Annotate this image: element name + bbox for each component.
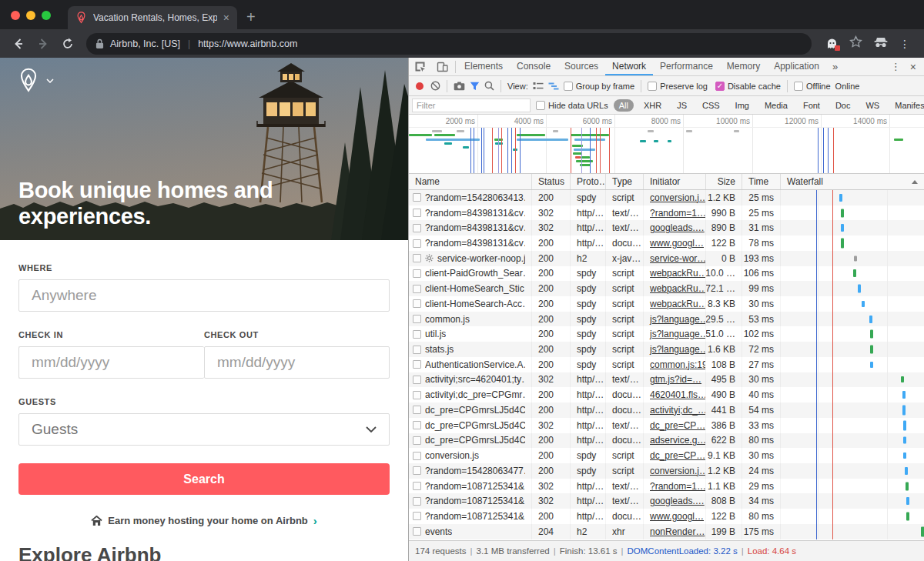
tab-close-icon[interactable]: ×: [223, 12, 229, 23]
initiator-link[interactable]: js?language…: [650, 314, 706, 325]
filter-pill-manifest[interactable]: Manifest: [889, 99, 924, 112]
large-rows-toggle[interactable]: [533, 82, 544, 91]
devtools-close-button[interactable]: ×: [907, 61, 924, 73]
initiator-link[interactable]: conversion.j…: [650, 466, 706, 476]
table-row[interactable]: client-HomeSearch-Acc…200spdyscriptwebpa…: [409, 296, 924, 312]
table-row[interactable]: common.js200spdyscriptjs?language…29.5 ……: [409, 312, 924, 327]
new-tab-button[interactable]: +: [237, 8, 266, 29]
initiator-link[interactable]: www.googl…: [650, 511, 704, 522]
where-input[interactable]: Anywhere: [18, 279, 390, 312]
devtools-tab-network[interactable]: Network: [605, 58, 653, 75]
table-row[interactable]: dc_pre=CPGmrsLJ5d4C…302http/…text/…dc_pr…: [409, 418, 924, 433]
host-link[interactable]: Earn money hosting your home on Airbnb ›: [18, 514, 390, 527]
initiator-link[interactable]: adservice.g…: [650, 435, 706, 446]
table-row[interactable]: conversion.js200spdyscriptdc_pre=CP…9.1 …: [409, 448, 924, 463]
bookmark-star-button[interactable]: [849, 35, 862, 52]
table-row[interactable]: ?random=1087125341&…302http/…text/…?rand…: [409, 479, 924, 494]
initiator-link[interactable]: ?random=1…: [650, 481, 706, 492]
forward-button[interactable]: [32, 33, 54, 55]
initiator-link[interactable]: googleads.…: [650, 496, 705, 506]
request-name[interactable]: activityi;src=4620401;ty…: [425, 374, 525, 385]
initiator-link[interactable]: gtm.js?id=…: [650, 374, 701, 385]
request-name[interactable]: events: [425, 526, 452, 537]
table-row[interactable]: ?random=15428063477…200spdyscriptconvers…: [409, 463, 924, 479]
devtools-tab-elements[interactable]: Elements: [457, 58, 510, 75]
filter-pill-js[interactable]: JS: [671, 99, 692, 112]
screenshot-button[interactable]: [454, 82, 465, 91]
table-row[interactable]: AuthenticationService.A…200spdyscriptcom…: [409, 357, 924, 372]
guests-select[interactable]: Guests: [18, 413, 390, 446]
initiator-link[interactable]: dc_pre=CP…: [650, 450, 705, 461]
initiator-link[interactable]: nonRender…: [650, 526, 705, 537]
devtools-tab-performance[interactable]: Performance: [653, 58, 720, 75]
table-row[interactable]: ?random=1087125341&…200http/…docu…www.go…: [409, 509, 924, 524]
column-header-name[interactable]: Name: [409, 174, 532, 189]
browser-menu-button[interactable]: ⋮: [899, 38, 910, 50]
initiator-link[interactable]: js?language…: [650, 344, 706, 355]
request-name[interactable]: common.js: [425, 314, 470, 325]
request-name[interactable]: util.js: [425, 329, 446, 339]
filter-pill-xhr[interactable]: XHR: [638, 99, 667, 112]
reload-button[interactable]: [57, 33, 79, 55]
initiator-link[interactable]: dc_pre=CP…: [650, 420, 705, 431]
request-name[interactable]: conversion.js: [425, 450, 479, 461]
request-name[interactable]: dc_pre=CPGmrsLJ5d4C…: [425, 435, 525, 446]
column-header-time[interactable]: Time: [742, 174, 781, 189]
initiator-link[interactable]: webpackRu…: [650, 283, 706, 294]
filter-pill-doc[interactable]: Doc: [830, 99, 856, 112]
devtools-tab-memory[interactable]: Memory: [720, 58, 767, 75]
search-requests-button[interactable]: [484, 81, 494, 91]
preserve-log-checkbox[interactable]: Preserve log: [648, 82, 708, 91]
request-name[interactable]: client-HomeSearch_Stic…: [425, 283, 525, 294]
filter-pill-css[interactable]: CSS: [697, 99, 725, 112]
table-row[interactable]: service-worker-noop.js200h2x-jav…service…: [409, 251, 924, 266]
initiator-link[interactable]: service-wor…: [650, 253, 706, 264]
clear-button[interactable]: [430, 81, 440, 91]
device-toolbar-button[interactable]: [431, 58, 454, 75]
initiator-link[interactable]: webpackRu…: [650, 268, 706, 279]
request-name[interactable]: AuthenticationService.A…: [425, 359, 525, 370]
checkout-input[interactable]: mm/dd/yyyy: [204, 346, 390, 379]
disable-cache-checkbox[interactable]: ✓Disable cache: [715, 82, 781, 91]
table-row[interactable]: util.js200spdyscriptjs?language…51.0 …10…: [409, 326, 924, 342]
table-row[interactable]: activityi;dc_pre=CPGmr…200http/…docu…462…: [409, 387, 924, 402]
devtools-tab-sources[interactable]: Sources: [557, 58, 605, 75]
table-row[interactable]: client-HomeSearch_Stic…200spdyscriptwebp…: [409, 281, 924, 296]
offline-checkbox[interactable]: Offline: [794, 82, 831, 91]
table-row[interactable]: activityi;src=4620401;ty…302http/…text/……: [409, 372, 924, 388]
column-header-type[interactable]: Type: [606, 174, 644, 189]
initiator-link[interactable]: 4620401.fls…: [650, 389, 706, 400]
request-name[interactable]: ?random=1087125341&…: [425, 481, 525, 492]
column-header-status[interactable]: Status: [532, 174, 571, 189]
filter-pill-img[interactable]: Img: [730, 99, 755, 112]
hide-data-urls-checkbox[interactable]: Hide data URLs: [536, 101, 608, 110]
devtools-tab-console[interactable]: Console: [510, 58, 557, 75]
network-overview[interactable]: 2000 ms4000 ms6000 ms8000 ms10000 ms1200…: [409, 115, 924, 174]
request-name[interactable]: ?random=84398131&cv…: [425, 238, 525, 249]
maximize-window-button[interactable]: [42, 11, 51, 20]
table-row[interactable]: ?random=15428063413…200spdyscriptconvers…: [409, 190, 924, 205]
table-row[interactable]: ?random=84398131&cv…302http/…text/…?rand…: [409, 205, 924, 221]
overview-toggle[interactable]: [548, 82, 559, 91]
initiator-link[interactable]: conversion.j…: [650, 192, 706, 203]
column-header-initiator[interactable]: Initiator: [644, 174, 706, 189]
record-button[interactable]: [416, 82, 424, 90]
initiator-link[interactable]: googleads.…: [650, 222, 705, 233]
request-name[interactable]: ?random=1087125341&…: [425, 511, 525, 522]
initiator-link[interactable]: www.googl…: [650, 238, 704, 249]
table-row[interactable]: events204h2xhrnonRender…199 B175 ms: [409, 524, 924, 539]
request-name[interactable]: ?random=15428063477…: [425, 466, 525, 476]
table-row[interactable]: client-PaidGrowth_Sear…200spdyscriptwebp…: [409, 266, 924, 282]
browser-tab[interactable]: Vacation Rentals, Homes, Expe ×: [68, 6, 237, 29]
filter-pill-ws[interactable]: WS: [860, 99, 885, 112]
close-window-button[interactable]: [11, 11, 20, 20]
request-name[interactable]: dc_pre=CPGmrsLJ5d4C…: [425, 405, 525, 416]
column-header-waterfall[interactable]: Waterfall: [781, 174, 924, 189]
table-row[interactable]: ?random=84398131&cv…200http/…docu…www.go…: [409, 235, 924, 251]
column-header-protocol[interactable]: Proto…: [571, 174, 606, 189]
filter-toggle-button[interactable]: [470, 82, 480, 91]
minimize-window-button[interactable]: [26, 11, 35, 20]
airbnb-logo[interactable]: [17, 68, 54, 93]
column-header-size[interactable]: Size: [706, 174, 742, 189]
request-name[interactable]: service-worker-noop.js: [437, 253, 525, 264]
